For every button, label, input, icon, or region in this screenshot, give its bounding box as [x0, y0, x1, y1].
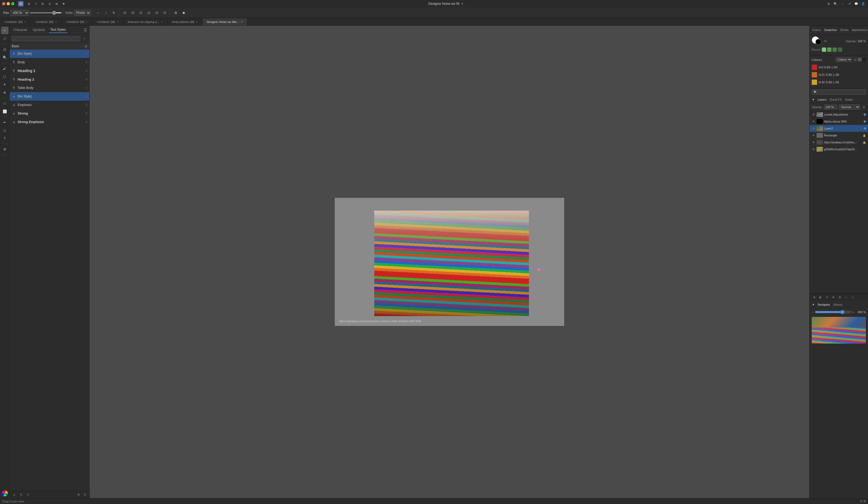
pencil-edit-icon[interactable]: ✏	[824, 39, 827, 43]
close-button[interactable]	[2, 2, 5, 5]
tab-colour[interactable]: Colour	[810, 27, 823, 32]
merge-layers-btn[interactable]: ⊞	[837, 294, 843, 300]
tab-swatches[interactable]: Swatches	[823, 27, 838, 32]
colour-entry-yellow[interactable]: H:42 S:90; L:50	[812, 79, 866, 86]
drag-handle-strong-emphasis[interactable]: ≡	[85, 120, 87, 124]
tab-appearance[interactable]: Appearance	[850, 27, 868, 32]
layer-item-url[interactable]: 👁 URL https://pixabay.com/photo... 🔒	[809, 139, 868, 146]
add-style-bottom-btn[interactable]: a	[11, 492, 17, 497]
history-icon[interactable]: ↺	[847, 1, 852, 7]
layers-opacity-input[interactable]	[824, 105, 837, 109]
flip-v-btn[interactable]: ↕	[102, 9, 110, 17]
drag-handle-strong[interactable]: ≡	[85, 112, 87, 115]
record-btn[interactable]: ⏺	[180, 9, 187, 17]
layer-item-alpha[interactable]: 👁 Alpha minus 99%	[809, 118, 868, 125]
layer-vis-image[interactable]: 👁	[812, 147, 815, 151]
tab-styles[interactable]: Styles	[843, 98, 855, 102]
colour-entry-red[interactable]: H:0 S:90; L:50	[812, 63, 866, 71]
add-style-btn[interactable]: +	[81, 36, 87, 42]
tab-close-4[interactable]: ✕	[116, 20, 119, 23]
swatches-search-input[interactable]	[812, 89, 866, 95]
nav-zoom-in-btn[interactable]: +	[852, 310, 854, 314]
tab-stroke[interactable]: Stroke	[838, 27, 850, 32]
persona-icon[interactable]: ⊕	[826, 1, 831, 7]
tab-close-6[interactable]: ✕	[196, 20, 198, 23]
layer-vis-layer2[interactable]: 👁	[812, 127, 815, 130]
layer-vis-rect[interactable]: 👁	[812, 133, 815, 137]
settings-tool[interactable]: ⚙	[1, 145, 9, 153]
add-adjustment-btn[interactable]: ◐	[818, 294, 824, 300]
style-item-body[interactable]: ¶ Body ≡	[10, 58, 89, 67]
colour-grid-view[interactable]: ⊞	[853, 58, 857, 62]
accounts-icon[interactable]: 👤	[860, 1, 866, 7]
layers-collapse-btn[interactable]: ▾	[812, 98, 815, 101]
tab-close-3[interactable]: ✕	[86, 20, 88, 23]
drag-handle-no-style-2[interactable]: ≡	[85, 94, 87, 98]
secondary-color-circle[interactable]	[815, 39, 821, 45]
color-picker[interactable]	[1, 490, 9, 497]
tab-trinity[interactable]: trinity.afphoto [M] ✕	[167, 18, 203, 26]
tab-close-7[interactable]: ✕	[241, 20, 243, 23]
layer-item-levels[interactable]: 👁 Levels Adjustment	[809, 111, 868, 118]
canvas-area[interactable]: ✚ https://pixabay.com/photos/pen-colours…	[90, 26, 809, 498]
crop-tool[interactable]: ⊡	[1, 46, 9, 53]
tab-layers[interactable]: Layers	[816, 98, 828, 102]
section-menu-icon[interactable]: ☰	[85, 45, 87, 48]
panel-menu-btn[interactable]: ☰	[84, 28, 87, 32]
mask-btn[interactable]: ⬭	[850, 294, 856, 300]
marquee-tool[interactable]: ⬜	[1, 108, 9, 115]
drag-handle-body[interactable]: ≡	[85, 60, 87, 64]
align-right-btn[interactable]: ⊡	[137, 9, 145, 17]
assistant-icon[interactable]: 💬	[854, 1, 859, 7]
tab-text-styles[interactable]: Text Styles	[49, 27, 68, 33]
clone-tool[interactable]: ⊕	[1, 89, 9, 96]
align-middle-btn[interactable]: ⊡	[153, 9, 161, 17]
align-bottom-btn[interactable]: ⊡	[161, 9, 168, 17]
style-item-table-body[interactable]: ¶ Table Body ≡	[10, 83, 89, 92]
navigator-collapse-btn[interactable]: ▾	[812, 303, 815, 306]
selection-brush-tool[interactable]: ⬭	[1, 100, 9, 107]
tab-close-1[interactable]: ✕	[24, 20, 26, 23]
tab-navigator[interactable]: Navigator	[816, 302, 832, 307]
tab-untitled-4[interactable]: <Untitled> [M] ✕	[92, 18, 123, 26]
layer-vis-levels[interactable]: 👁	[812, 113, 815, 117]
colours-type-select[interactable]: Colours	[836, 57, 852, 62]
text-tool[interactable]: T	[1, 134, 9, 142]
tab-quick-fx[interactable]: Quick FX	[828, 98, 843, 102]
group-layers-btn[interactable]: □	[843, 294, 849, 300]
node-tool[interactable]: ⬡	[1, 35, 9, 42]
tab-artboard[interactable]: Artboard not clipping a... ✕	[123, 18, 167, 26]
colour-swatch-1[interactable]	[858, 58, 861, 61]
align-top-btn[interactable]: ⊡	[145, 9, 153, 17]
toolbar-icon-settings[interactable]: ⚙	[40, 1, 45, 7]
drag-handle-heading2[interactable]: ≡	[85, 78, 87, 81]
tab-symbols[interactable]: Symbols	[31, 27, 47, 33]
tab-history[interactable]: History	[832, 302, 844, 307]
style-item-strong-emphasis[interactable]: a Strong Emphasis ≡	[10, 118, 89, 126]
add-para-style-btn[interactable]: ¶	[18, 492, 24, 497]
zoom-slider[interactable]	[30, 12, 62, 13]
shape-tool[interactable]: ◻	[1, 127, 9, 134]
navigator-zoom-slider[interactable]	[815, 310, 851, 314]
minimize-button[interactable]	[7, 2, 10, 5]
add-pixel-layer-btn[interactable]: ⊕	[811, 294, 817, 300]
colour-swatch-2[interactable]	[862, 58, 866, 61]
layer-settings-btn[interactable]: ⚙	[861, 105, 866, 109]
toolbar-icon-view[interactable]: ⊡	[47, 1, 52, 7]
recent-swatch-1[interactable]	[822, 48, 826, 52]
nav-zoom-out-btn[interactable]: −	[812, 310, 814, 314]
list-view-btn[interactable]: ☰	[82, 492, 88, 497]
tab-character[interactable]: Character	[12, 27, 29, 33]
flip-h-btn[interactable]: ↔	[94, 9, 102, 17]
align-center-btn[interactable]: ⊡	[129, 9, 137, 17]
blend-mode-select[interactable]: Normal	[839, 104, 860, 110]
recent-swatch-2[interactable]	[827, 48, 831, 52]
toolbar-icon-export[interactable]: ↗	[33, 1, 39, 7]
layer-vis-url[interactable]: 👁	[812, 140, 815, 144]
style-item-emphasis[interactable]: a Emphasis ≡	[10, 101, 89, 109]
zoom-icon[interactable]: 🔍	[833, 1, 838, 7]
style-item-strong[interactable]: a Strong ≡	[10, 109, 89, 118]
recent-swatch-4[interactable]	[838, 48, 842, 52]
paint-brush-tool[interactable]: 🖌	[1, 64, 9, 72]
recent-swatch-3[interactable]	[833, 48, 837, 52]
